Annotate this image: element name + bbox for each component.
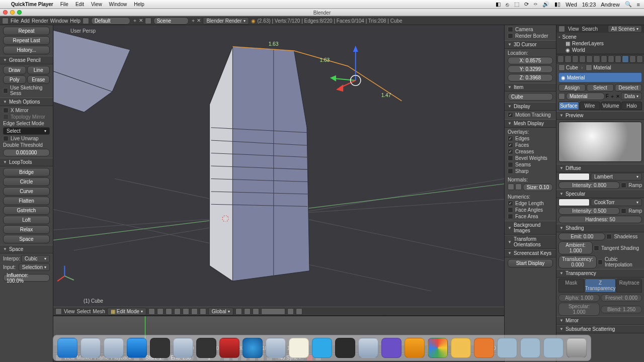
app-icon[interactable] [474, 338, 494, 358]
sysprefs-icon[interactable] [266, 338, 286, 358]
zoom-icon[interactable] [17, 10, 22, 15]
render-icon[interactable] [287, 308, 294, 315]
render-engine-dropdown[interactable]: Blender Render▾ [203, 17, 249, 25]
status-icon[interactable]: ⎋ [506, 2, 509, 8]
manipulator-toggle-icon[interactable] [166, 308, 172, 315]
imovie-icon[interactable] [196, 338, 216, 358]
ambient-field[interactable]: Ambient: 1.000 [558, 241, 593, 254]
overlay-faces[interactable]: Faces [508, 142, 553, 148]
gp-erase[interactable]: Erase [27, 75, 50, 84]
dropbox-icon[interactable]: ⬚ [514, 1, 519, 8]
grease-pencil-header[interactable]: Grease Pencil [0, 56, 53, 64]
tangent-check[interactable]: Tangent Shading [594, 245, 639, 251]
live-unwrap-check[interactable]: Live Unwrap [3, 136, 50, 141]
repeat-last-button[interactable]: Repeat Last [3, 36, 50, 45]
limit-sel-icon[interactable] [200, 308, 206, 315]
normal-face-icon[interactable] [515, 184, 522, 190]
render-border-check[interactable]: Render Border [508, 33, 553, 39]
bg-images-header[interactable]: Background Images [505, 221, 556, 235]
cursor-header[interactable]: 3D Cursor [505, 40, 556, 49]
diffuse-header[interactable]: Diffuse [556, 164, 644, 172]
wifi-icon[interactable]: ⌔ [534, 2, 537, 8]
menu-file[interactable]: File [60, 2, 68, 7]
looptool-loft[interactable]: Loft [3, 216, 50, 224]
vert-select-icon[interactable] [174, 308, 181, 315]
assign-button[interactable]: Assign [558, 84, 586, 92]
overlay-edges[interactable]: Edges [508, 136, 553, 141]
deselect-button[interactable]: Deselect [615, 84, 642, 92]
motion-check[interactable]: Motion Tracking [508, 112, 553, 118]
x-mirror-check[interactable]: X Mirror [3, 108, 50, 113]
sss-header[interactable]: Subsurface Scattering [556, 325, 644, 333]
shadeless-check[interactable]: Shadeless [606, 234, 637, 239]
specular-intensity[interactable]: Intensity: 0.500 [558, 207, 620, 215]
normals-size[interactable]: Size: 0.10 [523, 184, 553, 191]
vp-menu-mesh[interactable]: Mesh [93, 309, 105, 314]
folder-icon[interactable] [543, 338, 564, 358]
mode-dropdown[interactable]: ▦Edit Mode▾ [107, 308, 146, 315]
shading-icon[interactable] [148, 308, 155, 315]
preview-header[interactable]: Preview [556, 111, 644, 120]
quicktime-icon[interactable] [243, 338, 263, 358]
tb-window[interactable]: Window [50, 18, 68, 24]
material-type-tabs[interactable]: Surface Wire Volume Halo [558, 102, 642, 110]
start-display-button[interactable]: Start Display [508, 259, 553, 267]
tb-add[interactable]: Add [21, 18, 30, 24]
snap-target-icon[interactable] [244, 308, 251, 315]
preview-icon[interactable] [173, 338, 193, 358]
ol-search[interactable]: Search [582, 26, 598, 32]
numeric-edge-length[interactable]: Edge Length [508, 201, 553, 206]
edge-select-dropdown[interactable]: Select▾ [3, 127, 50, 135]
camera-check[interactable]: Camera [508, 27, 553, 32]
emit-field[interactable]: Emit: 0.00 [558, 233, 605, 240]
mirror-header[interactable]: Mirror [556, 316, 644, 325]
battery-icon[interactable]: ▮▯ [554, 1, 560, 8]
app-icon[interactable] [358, 338, 378, 358]
meshdisp-header[interactable]: Mesh Display [505, 119, 556, 128]
display-header[interactable]: Display [505, 102, 556, 111]
layers-icon[interactable] [261, 308, 285, 315]
traffic-lights[interactable] [3, 10, 22, 15]
window-titlebar[interactable]: Blender [0, 9, 644, 16]
outliner-scene[interactable]: ◦Scene [558, 34, 642, 40]
transparency-header[interactable]: Transparency [556, 269, 644, 278]
app-name[interactable]: QuickTime Player [11, 2, 53, 7]
layout-add-icon[interactable]: ＋ ✕ [132, 17, 143, 24]
mat-browse-icon[interactable] [558, 93, 565, 100]
viewport-canvas[interactable]: 1.63 1.63 1.47 [53, 25, 504, 291]
prop-edit-icon[interactable] [253, 308, 259, 315]
skype-icon[interactable] [312, 338, 332, 358]
numeric-face-angles[interactable]: Face Angles [508, 207, 553, 213]
steam-icon[interactable] [335, 338, 355, 358]
viewport-3d[interactable]: 1.63 1.63 1.47 [53, 25, 504, 316]
diffuse-intensity[interactable]: Intensity: 0.800 [558, 182, 620, 189]
menu-view[interactable]: View [91, 2, 102, 7]
overlay-sharp[interactable]: Sharp [508, 168, 553, 174]
normal-vert-icon[interactable] [508, 184, 514, 190]
cubic-check[interactable]: Cubic Interpolation [598, 256, 642, 267]
ol-view[interactable]: View [568, 26, 579, 32]
double-thr-field[interactable]: 0.001000 [3, 149, 50, 156]
screencast-header[interactable]: Screencast Keys [505, 249, 556, 257]
minimize-icon[interactable] [10, 10, 15, 15]
transform-manipulator[interactable] [330, 46, 361, 92]
vp-menu-select[interactable]: Select [77, 309, 91, 314]
volume-icon[interactable]: 🔊 [542, 1, 549, 8]
looptool-flatten[interactable]: Flatten [3, 197, 50, 205]
menu-window[interactable]: Window [109, 2, 127, 7]
outliner-world[interactable]: ◉World [558, 47, 642, 53]
looptool-gstretch[interactable]: Gstretch [3, 206, 50, 215]
appstore-icon[interactable] [127, 338, 147, 358]
mesh-options-header[interactable]: Mesh Options [0, 98, 53, 106]
tb-help[interactable]: Help [70, 18, 80, 24]
edge-select-icon[interactable] [183, 308, 189, 315]
input-dropdown[interactable]: Selection▾ [19, 263, 50, 271]
specular-header[interactable]: Specular [556, 190, 644, 198]
space-header[interactable]: Space [0, 245, 53, 253]
close-icon[interactable] [3, 10, 8, 15]
cursor-y[interactable]: Y: 0.3299 [508, 65, 553, 73]
transform-orient-header[interactable]: Transform Orientations [505, 235, 556, 249]
render-anim-icon[interactable] [296, 308, 302, 315]
folder-icon[interactable] [520, 338, 540, 358]
looptool-circle[interactable]: Circle [3, 177, 50, 186]
